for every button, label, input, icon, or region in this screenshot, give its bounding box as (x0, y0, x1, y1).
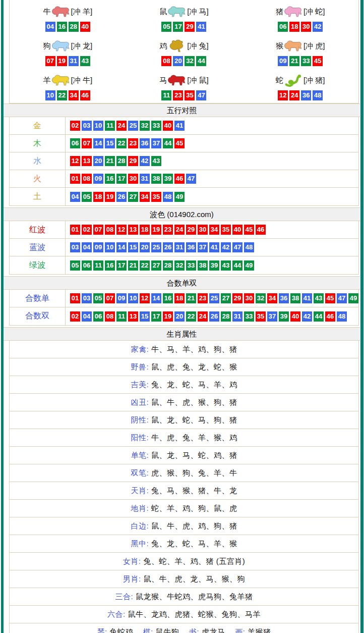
number-ball-13: 13 (128, 225, 138, 235)
attribute-row: 吉美:兔、龙、蛇、马、羊、鸡 (10, 376, 358, 394)
number-ball-11: 11 (161, 90, 171, 100)
row-label: 合数双 (10, 307, 66, 325)
zodiac-clash-grid: 牛[冲 羊]04162840鼠[冲 马]05172941猪[冲 蛇]061830… (9, 0, 359, 103)
number-ball-48: 48 (163, 192, 173, 202)
number-ball-44: 44 (163, 138, 173, 148)
attribute-label: 棋: (143, 627, 153, 633)
attribute-text: 鼠、龙、蛇、马、狗、猪 (151, 415, 237, 425)
zodiac-clash-label: [冲 羊] (71, 7, 93, 17)
number-ball-30: 30 (198, 225, 208, 235)
number-ball-27: 27 (128, 192, 138, 202)
zodiac-name: 鸡 (159, 41, 167, 51)
number-ball-09: 09 (93, 174, 103, 184)
number-ball-02: 02 (70, 311, 80, 322)
row-label: 火 (10, 170, 66, 187)
number-ball-24: 24 (174, 225, 185, 235)
number-ball-30: 30 (128, 174, 138, 184)
zodiac-name-line: 羊[冲 牛] (43, 71, 93, 89)
section-title-wuxing: 五行对照 (4, 103, 360, 117)
number-ball-15: 15 (128, 242, 138, 252)
wuxing-table: 金02031011242532334041木060714152223363744… (9, 117, 359, 206)
number-ball-07: 07 (105, 293, 115, 303)
number-ball-36: 36 (279, 293, 289, 303)
zodiac-number-balls: 04162840 (45, 22, 90, 32)
zodiac-clash-label: [冲 猪] (304, 76, 325, 85)
number-ball-40: 40 (80, 22, 90, 32)
number-ball-47: 47 (337, 293, 347, 303)
horse-icon (167, 73, 187, 88)
number-ball-02: 02 (70, 121, 80, 131)
number-ball-17: 17 (173, 22, 183, 32)
attribute-label: 白边: (131, 521, 149, 531)
attribute-label: 男肖: (123, 574, 141, 584)
attribute-label: 女肖: (123, 557, 141, 566)
number-ball-43: 43 (314, 293, 324, 303)
attribute-row: 六合:鼠牛、龙鸡、虎猪、蛇猴、兔狗、马羊 (10, 606, 358, 623)
number-ball-19: 19 (57, 56, 67, 66)
zodiac-number-balls: 08203244 (161, 56, 206, 66)
number-ball-01: 01 (70, 174, 80, 184)
attribute-label: 地肖: (131, 504, 149, 513)
number-ball-08: 08 (105, 311, 115, 322)
attribute-text: 鼠牛狗 (156, 627, 179, 633)
number-ball-23: 23 (198, 293, 208, 303)
number-ball-19: 19 (163, 311, 173, 322)
number-ball-39: 39 (279, 311, 289, 322)
attribute-row: 女肖:兔、蛇、羊、鸡、猪 (五宫肖) (10, 553, 358, 570)
number-ball-36: 36 (186, 242, 196, 252)
number-ball-43: 43 (221, 260, 231, 271)
number-ball-13: 13 (82, 156, 92, 166)
number-ball-43: 43 (151, 156, 161, 166)
number-ball-45: 45 (174, 138, 185, 148)
attribute-separator: 、 (180, 627, 188, 633)
number-ball-43: 43 (80, 56, 90, 66)
number-ball-24: 24 (198, 311, 208, 322)
dog-icon (51, 39, 71, 54)
number-ball-48: 48 (244, 242, 254, 252)
number-ball-32: 32 (185, 56, 195, 66)
monkey-icon (284, 39, 303, 54)
zodiac-number-balls: 09213345 (278, 56, 323, 66)
attribute-text: 鼠、虎、兔、龙、蛇、猴 (151, 362, 237, 372)
number-ball-15: 15 (140, 311, 150, 322)
zodiac-name-line: 狗[冲 龙] (43, 37, 93, 55)
number-ball-05: 05 (82, 192, 92, 202)
row-number-balls: 03040910141520252631363741424748 (66, 242, 358, 252)
number-ball-20: 20 (174, 311, 185, 322)
number-ball-44: 44 (232, 260, 242, 271)
number-ball-05: 05 (161, 22, 171, 32)
number-ball-37: 37 (267, 311, 277, 322)
number-ball-04: 04 (70, 192, 80, 202)
number-ball-25: 25 (151, 242, 161, 252)
number-ball-27: 27 (221, 293, 231, 303)
zodiac-name: 鼠 (159, 7, 167, 17)
number-ball-22: 22 (116, 138, 127, 148)
number-ball-16: 16 (163, 293, 173, 303)
number-ball-41: 41 (196, 22, 206, 32)
zodiac-number-balls: 06183042 (278, 22, 323, 32)
attribute-text: 鼠牛、龙鸡、虎猪、蛇猴、兔狗、马羊 (128, 610, 261, 619)
number-ball-34: 34 (69, 90, 79, 100)
zodiac-number-balls: 07193143 (45, 56, 90, 66)
number-ball-14: 14 (116, 242, 127, 252)
number-ball-19: 19 (151, 225, 161, 235)
zodiac-name: 狗 (43, 41, 51, 51)
number-ball-42: 42 (140, 156, 150, 166)
number-ball-02: 02 (82, 225, 92, 235)
section-title-bose: 波色 (014902.com) (4, 207, 360, 221)
section-title-shengxiao: 生肖属性 (4, 327, 360, 341)
number-ball-48: 48 (313, 90, 323, 100)
number-ball-38: 38 (151, 174, 161, 184)
number-ball-37: 37 (151, 138, 161, 148)
number-ball-28: 28 (163, 260, 173, 271)
attribute-text: 牛、马、羊、鸡、狗、猪 (151, 345, 237, 354)
number-ball-45: 45 (244, 225, 254, 235)
number-ball-32: 32 (140, 121, 150, 131)
number-ball-21: 21 (289, 56, 299, 66)
number-ball-12: 12 (116, 225, 127, 235)
zodiac-cell: 鼠[冲 马]05172941 (126, 0, 242, 34)
attribute-label: 三合: (115, 592, 133, 602)
number-ball-37: 37 (198, 242, 208, 252)
attribute-text: 鼠、牛、虎、猴、狗、猪 (151, 398, 237, 407)
number-ball-03: 03 (82, 121, 92, 131)
